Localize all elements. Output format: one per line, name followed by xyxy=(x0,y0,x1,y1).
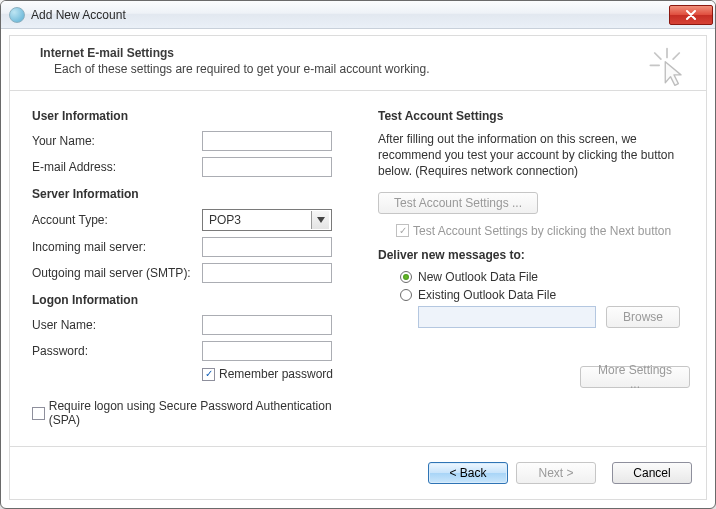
footer-buttons: < Back Next > Cancel xyxy=(9,446,707,500)
content-area: User Information Your Name: E-mail Addre… xyxy=(9,91,707,446)
outgoing-server-input[interactable] xyxy=(202,263,332,283)
test-settings-desc: After filling out the information on thi… xyxy=(378,131,690,180)
your-name-label: Your Name: xyxy=(32,134,202,148)
password-input[interactable] xyxy=(202,341,332,361)
chevron-down-icon xyxy=(311,211,329,229)
incoming-server-input[interactable] xyxy=(202,237,332,257)
account-type-value: POP3 xyxy=(209,213,241,227)
titlebar: Add New Account xyxy=(1,1,715,29)
test-account-button[interactable]: Test Account Settings ... xyxy=(378,192,538,214)
deliver-existing-label: Existing Outlook Data File xyxy=(418,288,556,302)
user-info-heading: User Information xyxy=(32,109,360,123)
test-on-next-label: Test Account Settings by clicking the Ne… xyxy=(413,224,671,238)
your-name-input[interactable] xyxy=(202,131,332,151)
test-on-next-checkbox[interactable] xyxy=(396,224,409,237)
header-title: Internet E-mail Settings xyxy=(40,46,688,60)
account-type-select[interactable]: POP3 xyxy=(202,209,332,231)
spa-label: Require logon using Secure Password Auth… xyxy=(49,399,360,427)
logon-heading: Logon Information xyxy=(32,293,360,307)
right-column: Test Account Settings After filling out … xyxy=(378,107,690,442)
header-subtitle: Each of these settings are required to g… xyxy=(40,62,688,76)
deliver-new-label: New Outlook Data File xyxy=(418,270,538,284)
close-button[interactable] xyxy=(669,5,713,25)
browse-button[interactable]: Browse xyxy=(606,306,680,328)
outgoing-label: Outgoing mail server (SMTP): xyxy=(32,266,202,280)
cursor-sparkle-icon xyxy=(646,46,688,88)
server-info-heading: Server Information xyxy=(32,187,360,201)
account-type-label: Account Type: xyxy=(32,213,202,227)
username-label: User Name: xyxy=(32,318,202,332)
header-panel: Internet E-mail Settings Each of these s… xyxy=(9,35,707,91)
svg-line-1 xyxy=(655,53,661,59)
cancel-button[interactable]: Cancel xyxy=(612,462,692,484)
test-settings-heading: Test Account Settings xyxy=(378,109,690,123)
deliver-heading: Deliver new messages to: xyxy=(378,248,690,262)
next-button[interactable]: Next > xyxy=(516,462,596,484)
svg-line-2 xyxy=(673,53,679,59)
deliver-new-radio[interactable] xyxy=(400,271,412,283)
close-icon xyxy=(685,10,697,20)
spa-checkbox[interactable] xyxy=(32,407,45,420)
remember-password-checkbox[interactable] xyxy=(202,368,215,381)
deliver-existing-radio[interactable] xyxy=(400,289,412,301)
app-icon xyxy=(9,7,25,23)
window-title: Add New Account xyxy=(31,8,663,22)
left-column: User Information Your Name: E-mail Addre… xyxy=(32,107,360,442)
username-input[interactable] xyxy=(202,315,332,335)
back-button[interactable]: < Back xyxy=(428,462,508,484)
more-settings-button[interactable]: More Settings ... xyxy=(580,366,690,388)
password-label: Password: xyxy=(32,344,202,358)
incoming-label: Incoming mail server: xyxy=(32,240,202,254)
existing-file-path-input[interactable] xyxy=(418,306,596,328)
email-input[interactable] xyxy=(202,157,332,177)
email-label: E-mail Address: xyxy=(32,160,202,174)
add-account-window: Add New Account Internet E-mail Settings… xyxy=(0,0,716,509)
remember-password-label: Remember password xyxy=(219,367,333,381)
